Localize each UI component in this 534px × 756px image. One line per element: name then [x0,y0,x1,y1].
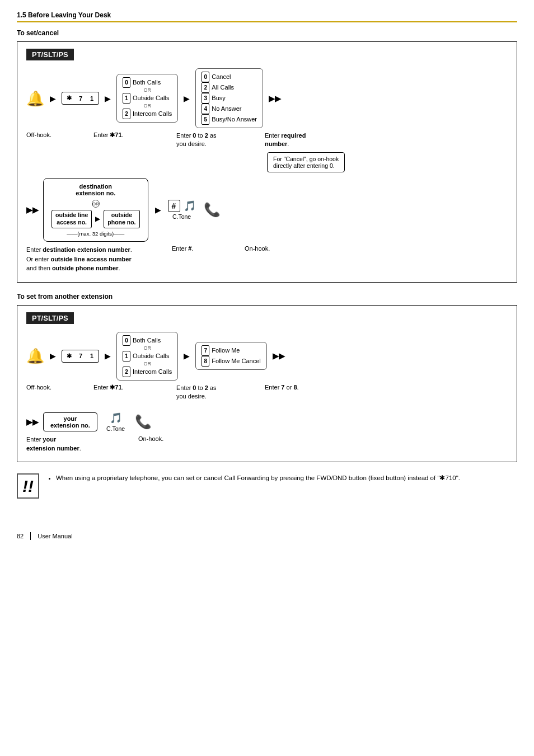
arrow-6: ▶ [105,351,111,360]
sub-arrow: ▶ [95,215,100,223]
double-arrow-2: ▶▶ [26,205,39,214]
footer-divider [30,532,31,540]
onhook-icon-1: 📞 [204,202,221,218]
another-flow2: ▶▶ yourextension no. 🎵 C.Tone 📞 [26,412,508,432]
cancel-note-box: For "Cancel", go on-hook directly after … [267,152,345,172]
arrow-5: ▶ [50,351,56,360]
another-flow1: 🔔 ▶ ✱ 7 1 ▶ 0Both Calls OR 1Outside Call… [26,332,508,381]
phone-icon-1: 🔔 [26,91,44,106]
flow2-labels: Enter destination extension number. Or e… [26,245,508,273]
hash-btn: # [168,200,180,212]
keys-star71-1: ✱ 7 1 [62,92,99,105]
another-flow1-labels: Off-hook. Enter ✱71. Enter 0 to 2 asyou … [26,384,508,401]
ctone-icon: 🎵 [184,200,196,212]
cancel-note-container: For "Cancel", go on-hook directly after … [267,152,508,172]
set-another-title: To set from another extension [17,293,517,300]
label-enter71-1: Enter ✱71. [93,132,176,139]
key-7-1: 7 [76,94,86,103]
set-cancel-box: PT/SLT/PS 🔔 ▶ ✱ 7 1 ▶ 0 Both Calls [17,41,517,283]
arrow-2: ▶ [105,94,111,103]
options-box-2: 0Cancel 2All Calls 3Busy 4No Answer 5Bus… [195,68,263,128]
flow1-labels: Off-hook. Enter ✱71. Enter 0 to 2 asyou … [26,132,508,149]
onhook-icon-2: 📞 [135,414,152,430]
section-header: 1.5 Before Leaving Your Desk [17,11,517,22]
key-star-1: ✱ [64,93,74,103]
dest-bracket-group: destinationextension no. OR outside line… [43,178,148,242]
arrow-3: ▶ [184,94,190,103]
info-note-text: When using a proprietary telephone, you … [56,475,460,481]
page-footer: 82 User Manual [17,532,517,540]
arrow-7: ▶ [184,351,190,360]
set-cancel-title: To set/cancel [17,29,517,37]
info-note: !! When using a proprietary telephone, y… [17,473,517,499]
double-arrow-4: ▶▶ [26,417,39,426]
key-1-1: 1 [87,94,97,103]
ext-no-box: yourextension no. [43,412,97,431]
set-another-box: PT/SLT/PS 🔔 ▶ ✱ 7 1 ▶ 0Both Calls OR 1Ou… [17,305,517,463]
arrow-1: ▶ [50,94,56,103]
ctone-label: C.Tone [172,213,191,220]
info-icon: !! [17,473,39,499]
phone-icon-2: 🔔 [26,348,44,365]
set-cancel-box-label: PT/SLT/PS [26,49,74,60]
options-box-1: 0 Both Calls OR 1 Outside Calls OR 2 Int… [116,74,178,123]
label-hash: Enter #. [172,245,245,252]
double-arrow-1: ▶▶ [269,94,281,103]
label-onhook-2: On-hook. [138,435,163,442]
label-required-1: Enter requirednumber. [265,132,354,149]
footer-page-number: 82 [17,533,24,539]
label-offhook-1: Off-hook. [26,132,93,138]
set-another-box-label: PT/SLT/PS [26,312,74,324]
label-dest: Enter destination extension number. Or e… [26,245,172,273]
set-cancel-flow2: ▶▶ destinationextension no. OR outside l… [26,178,508,242]
arrow-4: ▶ [155,205,161,214]
hash-ctone-group: # 🎵 C.Tone [168,200,196,220]
footer-label: User Manual [38,533,72,539]
set-cancel-flow1: 🔔 ▶ ✱ 7 1 ▶ 0 Both Calls OR 1 Outsi [26,68,508,128]
double-arrow-3: ▶▶ [273,351,285,360]
keys-star71-2: ✱ 7 1 [62,350,99,363]
another-ctone-group: 🎵 C.Tone [106,412,125,432]
label-onhook-1: On-hook. [245,245,270,252]
section-title: 1.5 Before Leaving Your Desk [17,11,111,19]
another-flow2-labels: Enter yourextension number. On-hook. [26,435,508,453]
label-enter02-1: Enter 0 to 2 asyou desire. [176,132,265,149]
options-box-4: 7Follow Me 8Follow Me Cancel [195,342,266,370]
options-box-3: 0Both Calls OR 1Outside Calls OR 2Interc… [116,332,178,381]
label-ext-num: Enter yourextension number. [26,435,138,453]
